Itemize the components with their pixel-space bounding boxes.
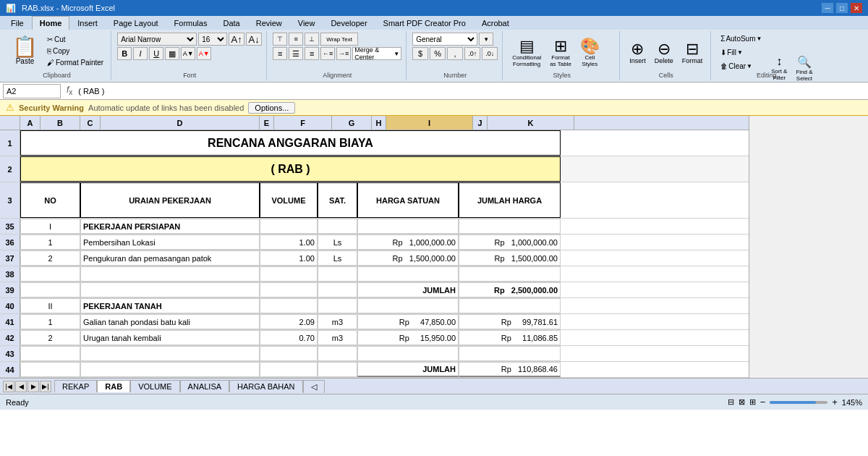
clear-button[interactable]: 🗑 Clear ▼ [717, 60, 756, 72]
align-top-button[interactable]: ⊤ [273, 33, 287, 46]
cell-38-harga[interactable] [357, 266, 459, 282]
formula-input[interactable] [78, 84, 865, 98]
tab-home[interactable]: Home [32, 16, 70, 30]
minimize-button[interactable]: ─ [822, 3, 833, 13]
layout-view-icon[interactable]: ⊠ [739, 397, 745, 407]
sheet-first-button[interactable]: |◀ [3, 381, 14, 392]
cell-44-harga[interactable]: JUMLAH [357, 362, 459, 377]
page-view-icon[interactable]: ⊟ [728, 397, 734, 407]
decrease-decimal-button[interactable]: .0↓ [482, 47, 498, 60]
cell-38-sat[interactable] [318, 266, 357, 282]
delete-button[interactable]: ⊖ Delete [651, 33, 677, 73]
cell-43-sat[interactable] [318, 346, 357, 361]
conditional-formatting-button[interactable]: ▤ ConditionalFormatting [509, 33, 545, 73]
italic-button[interactable]: I [133, 47, 148, 60]
formula-fx-button[interactable]: fx [64, 85, 75, 96]
tab-developer[interactable]: Developer [323, 16, 375, 30]
options-button[interactable]: Options... [248, 102, 295, 114]
sheet-tab-harga-bahan[interactable]: HARGA BAHAN [229, 380, 302, 392]
col-header-g[interactable]: G [332, 116, 372, 130]
cell-36-no[interactable]: 1 [20, 235, 80, 250]
cell-36-sat[interactable]: Ls [318, 235, 357, 250]
tab-data[interactable]: Data [215, 16, 247, 30]
cell-jumlah-header[interactable]: JUMLAH HARGA [459, 182, 561, 218]
autosum-button[interactable]: Σ AutoSum ▼ [717, 33, 765, 45]
cell-43-jumlah[interactable] [459, 346, 561, 361]
tab-view[interactable]: View [290, 16, 323, 30]
bold-button[interactable]: B [117, 47, 132, 60]
sheet-next-button[interactable]: ▶ [27, 381, 39, 392]
cell-sat-header[interactable]: SAT. [318, 182, 357, 218]
col-header-c[interactable]: C [80, 116, 101, 130]
tab-insert[interactable]: Insert [69, 16, 106, 30]
tab-acrobat[interactable]: Acrobat [474, 16, 517, 30]
tab-review[interactable]: Review [248, 16, 290, 30]
tab-formulas[interactable]: Formulas [166, 16, 216, 30]
sheet-prev-button[interactable]: ◀ [15, 381, 27, 392]
wrap-text-button[interactable]: Wrap Text [320, 33, 358, 46]
border-button[interactable]: ▦ [165, 47, 179, 60]
comma-button[interactable]: , [447, 47, 463, 60]
cell-39-uraian[interactable] [80, 282, 260, 297]
cell-40-no[interactable]: II [20, 298, 80, 313]
cell-37-no[interactable]: 2 [20, 250, 80, 266]
name-box[interactable] [3, 84, 61, 98]
cell-38-volume[interactable] [260, 266, 318, 282]
cell-styles-button[interactable]: 🎨 CellStyles [576, 33, 603, 73]
col-header-j[interactable]: J [473, 116, 488, 130]
col-header-b[interactable]: B [41, 116, 80, 130]
increase-font-button[interactable]: A↑ [229, 33, 244, 46]
cell-36-uraian[interactable]: Pembersihan Lokasi [80, 235, 260, 250]
col-header-f[interactable]: F [274, 116, 332, 130]
zoom-in-button[interactable]: + [832, 397, 838, 408]
cell-39-sat[interactable] [318, 282, 357, 297]
cell-41-sat[interactable]: m3 [318, 314, 357, 329]
cell-40-volume[interactable] [260, 298, 318, 313]
cell-35-jumlah[interactable] [459, 219, 561, 234]
col-header-i[interactable]: I [386, 116, 473, 130]
currency-button[interactable]: $ [412, 47, 428, 60]
cell-36-jumlah[interactable]: Rp 1,000,000.00 [459, 235, 561, 250]
restore-button[interactable]: □ [836, 3, 848, 13]
sheet-tab-rab[interactable]: RAB [97, 380, 130, 392]
sheet-tab-analisa[interactable]: ANALISA [180, 380, 229, 392]
cell-38-no[interactable] [20, 266, 80, 282]
sheet-tab-volume[interactable]: VOLUME [130, 380, 179, 392]
format-button[interactable]: ⊟ Format [678, 33, 707, 73]
cell-36-harga[interactable]: Rp 1,000,000.00 [357, 235, 459, 250]
cell-42-uraian[interactable]: Urugan tanah kembali [80, 330, 260, 345]
zoom-out-button[interactable]: − [760, 397, 766, 408]
decrease-indent-button[interactable]: ←≡ [320, 47, 335, 60]
format-as-table-button[interactable]: ⊞ Formatas Table [546, 33, 575, 73]
increase-decimal-button[interactable]: .0↑ [464, 47, 480, 60]
cell-37-harga[interactable]: Rp 1,500,000.00 [357, 250, 459, 266]
align-bottom-button[interactable]: ⊥ [305, 33, 319, 46]
cell-volume-header[interactable]: VOLUME [260, 182, 318, 218]
cell-42-no[interactable]: 2 [20, 330, 80, 345]
cell-44-jumlah[interactable]: Rp 110,868.46 [459, 362, 561, 377]
cell-42-volume[interactable]: 0.70 [260, 330, 318, 345]
cell-44-sat[interactable] [318, 362, 357, 377]
cell-41-jumlah[interactable]: Rp 99,781.61 [459, 314, 561, 329]
cell-35-no[interactable]: I [20, 219, 80, 234]
cell-35-harga[interactable] [357, 219, 459, 234]
tab-smart-pdf[interactable]: Smart PDF Creator Pro [375, 16, 474, 30]
cell-41-volume[interactable]: 2.09 [260, 314, 318, 329]
cell-41-uraian[interactable]: Galian tanah pondasi batu kali [80, 314, 260, 329]
font-color-button[interactable]: A▼ [197, 47, 211, 60]
cell-36-volume[interactable]: 1.00 [260, 235, 318, 250]
cell-37-volume[interactable]: 1.00 [260, 250, 318, 266]
cell-43-volume[interactable] [260, 346, 318, 361]
sheet-tab-extra[interactable]: ◁ [303, 380, 325, 393]
cell-41-harga[interactable]: Rp 47,850.00 [357, 314, 459, 329]
decrease-font-button[interactable]: A↓ [246, 33, 262, 46]
percent-button[interactable]: % [430, 47, 446, 60]
fill-button[interactable]: ⬇ Fill ▼ [717, 46, 746, 59]
merge-center-button[interactable]: Merge & Center▼ [352, 47, 401, 60]
align-center-button[interactable]: ☰ [289, 47, 303, 60]
cell-40-harga[interactable] [357, 298, 459, 313]
close-button[interactable]: ✕ [851, 3, 862, 13]
cell-39-no[interactable] [20, 282, 80, 297]
cell-39-jumlah[interactable]: Rp 2,500,000.00 [459, 282, 561, 297]
cell-no-header[interactable]: NO [20, 182, 80, 218]
